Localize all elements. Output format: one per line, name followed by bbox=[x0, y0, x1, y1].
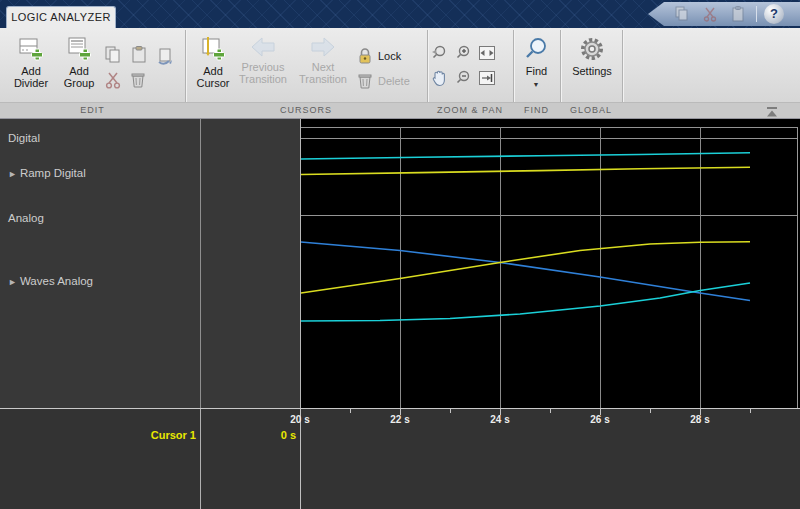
section-label-cursors: CURSORS bbox=[185, 105, 427, 117]
zoom-to-end-icon[interactable] bbox=[478, 69, 496, 87]
add-divider-icon bbox=[18, 36, 44, 62]
axis-minor-tick bbox=[550, 409, 551, 413]
zoom-in-time-icon[interactable] bbox=[430, 44, 448, 62]
copy-icon[interactable] bbox=[104, 46, 122, 64]
signal-label: Waves Analog bbox=[20, 275, 93, 287]
paste-icon[interactable] bbox=[130, 46, 148, 64]
section-label-global: GLOBAL bbox=[560, 105, 622, 117]
expand-arrow-icon[interactable]: ► bbox=[8, 277, 17, 287]
delete-cursor-label[interactable]: Delete bbox=[378, 75, 410, 87]
axis-minor-tick bbox=[450, 409, 451, 413]
axis-minor-tick bbox=[650, 409, 651, 413]
add-group-icon bbox=[66, 36, 92, 62]
previous-transition-label: Previous Transition bbox=[236, 61, 290, 85]
section-label-zoom-pan: ZOOM & PAN bbox=[427, 105, 513, 117]
zoom-out-icon[interactable] bbox=[454, 69, 472, 87]
axis-tick-label: 24 s bbox=[470, 414, 530, 425]
section-label-edit: EDIT bbox=[0, 105, 185, 117]
quick-access-toolbar: ? bbox=[648, 2, 800, 26]
fit-to-view-icon[interactable] bbox=[478, 44, 496, 62]
expand-arrow-icon[interactable]: ► bbox=[8, 169, 17, 179]
add-cursor-button[interactable]: Add Cursor bbox=[190, 34, 236, 94]
add-divider-label: Add Divider bbox=[8, 65, 54, 89]
signal-row-waves-analog[interactable]: ►Waves Analog bbox=[0, 270, 198, 292]
axis-minor-tick bbox=[350, 409, 351, 413]
gear-icon bbox=[579, 36, 605, 62]
gridline bbox=[300, 215, 797, 216]
cursor-value[interactable]: 0 s bbox=[196, 429, 296, 441]
gridline bbox=[600, 127, 601, 408]
pan-icon[interactable] bbox=[430, 69, 448, 87]
lock-label[interactable]: Lock bbox=[378, 50, 401, 62]
signal-label: Ramp Digital bbox=[20, 167, 86, 179]
collapse-toolstrip-icon[interactable] bbox=[764, 106, 780, 118]
toolstrip: Add Divider Add Group Add Cursor Previou… bbox=[0, 28, 800, 119]
signal-row-digital[interactable]: Digital bbox=[0, 127, 198, 149]
gridline bbox=[300, 127, 797, 128]
axis-minor-tick bbox=[750, 409, 751, 413]
find-label: Find bbox=[513, 65, 560, 77]
find-dropdown-caret[interactable]: ▼ bbox=[524, 81, 548, 88]
tab-logic-analyzer[interactable]: LOGIC ANALYZER bbox=[6, 6, 116, 28]
zoom-in-icon[interactable] bbox=[454, 44, 472, 62]
axis-tick-label: 20 s bbox=[270, 414, 330, 425]
plot-canvas[interactable] bbox=[300, 119, 800, 408]
add-group-button[interactable]: Add Group bbox=[56, 34, 102, 94]
signal-label: Digital bbox=[8, 132, 40, 144]
cut-icon[interactable] bbox=[104, 71, 122, 89]
signal-row-analog[interactable]: Analog bbox=[0, 207, 198, 229]
add-divider-button[interactable]: Add Divider bbox=[8, 34, 54, 94]
gridline bbox=[300, 138, 797, 139]
next-transition-label: Next Transition bbox=[296, 61, 350, 85]
cut-icon[interactable] bbox=[702, 6, 718, 22]
add-cursor-label: Add Cursor bbox=[190, 65, 236, 89]
name-value-divider bbox=[200, 409, 201, 509]
gridline bbox=[700, 127, 701, 408]
quickbar-separator bbox=[756, 6, 757, 22]
signal-label: Analog bbox=[8, 212, 44, 224]
arrow-left-icon bbox=[250, 36, 276, 58]
arrow-right-icon bbox=[310, 36, 336, 58]
next-transition-button[interactable]: Next Transition bbox=[296, 34, 350, 94]
gridline bbox=[500, 127, 501, 408]
add-cursor-icon bbox=[200, 36, 226, 62]
settings-label: Settings bbox=[564, 65, 620, 77]
duplicate-icon[interactable] bbox=[156, 47, 174, 65]
add-group-label: Add Group bbox=[56, 65, 102, 89]
settings-button[interactable]: Settings bbox=[564, 34, 620, 94]
help-button[interactable]: ? bbox=[764, 4, 784, 24]
axis-tick-label: 22 s bbox=[370, 414, 430, 425]
lock-icon[interactable] bbox=[356, 47, 374, 65]
previous-transition-button[interactable]: Previous Transition bbox=[236, 34, 290, 94]
time-axis[interactable]: Cursor 1 0 s 20 s22 s24 s26 s28 s bbox=[0, 408, 800, 509]
find-icon bbox=[524, 36, 550, 62]
delete-cursor-icon[interactable] bbox=[356, 72, 374, 90]
cursor-name[interactable]: Cursor 1 bbox=[66, 429, 196, 441]
section-label-find: FIND bbox=[513, 105, 560, 117]
axis-tick-label: 28 s bbox=[670, 414, 730, 425]
paste-icon[interactable] bbox=[730, 6, 746, 22]
section-label-row: EDIT CURSORS ZOOM & PAN FIND GLOBAL bbox=[0, 102, 800, 118]
axis-tick-label: 26 s bbox=[570, 414, 630, 425]
plot-right-edge bbox=[797, 127, 798, 408]
delete-icon[interactable] bbox=[129, 71, 147, 89]
tab-bar: LOGIC ANALYZER ? bbox=[0, 0, 800, 28]
gridline bbox=[400, 127, 401, 408]
copy-icon[interactable] bbox=[674, 6, 690, 22]
signal-row-ramp-digital[interactable]: ►Ramp Digital bbox=[0, 162, 198, 184]
